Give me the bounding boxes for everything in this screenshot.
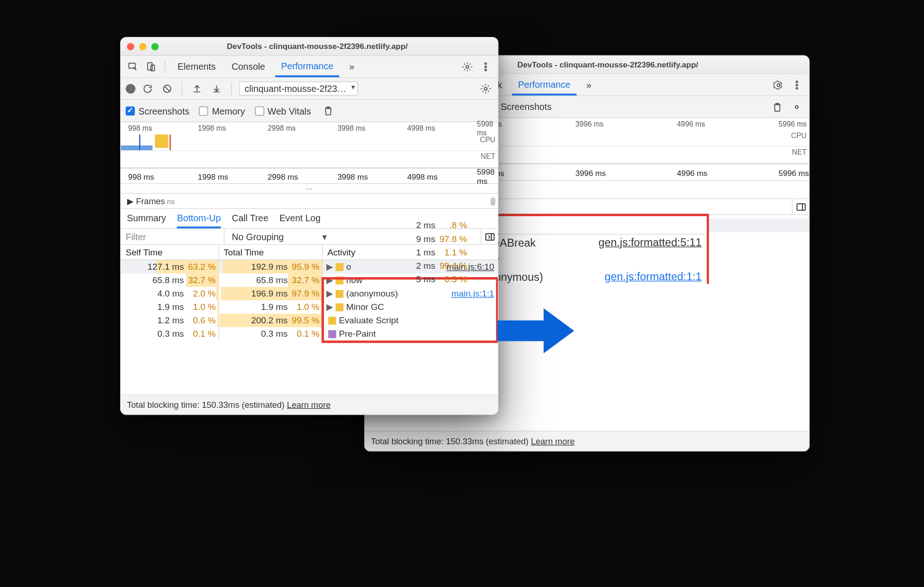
category-icon [335, 303, 343, 311]
kebab-icon[interactable] [478, 59, 493, 74]
category-icon [328, 330, 336, 338]
web-vitals-checkbox[interactable] [255, 106, 264, 115]
frames-row[interactable]: ▶ Frames ns [121, 194, 498, 209]
window-title: DevTools - clinquant-mousse-2f2396.netli… [167, 42, 492, 51]
comparison-arrow-icon [497, 308, 583, 351]
svg-point-11 [485, 66, 487, 67]
memory-checkbox[interactable] [199, 106, 208, 115]
svg-rect-5 [797, 204, 805, 210]
source-location[interactable]: main.js:1:1 [452, 289, 495, 298]
timeline-overview-front[interactable]: 998 ms1998 ms2998 ms3998 ms4998 ms5998 m… [121, 122, 498, 168]
trash-icon[interactable] [321, 103, 336, 118]
category-icon [335, 263, 343, 271]
panel-toggle-icon[interactable] [481, 229, 498, 244]
svg-point-4 [795, 105, 798, 108]
tab-console[interactable]: Console [226, 56, 271, 77]
url-dropdown[interactable]: clinquant-mousse-2f23… [239, 81, 358, 95]
category-icon [335, 290, 343, 298]
screenshots-label: Screenshots [139, 106, 190, 116]
table-row[interactable]: 4.0 ms 2.0 %196.9 ms 97.9 %▶(anonymous)m… [121, 287, 498, 300]
filter-input[interactable]: Filter [121, 229, 224, 244]
separator-dots: ··· [121, 184, 498, 194]
kebab-icon[interactable] [789, 78, 804, 92]
cpu-label: CPU [791, 132, 807, 140]
net-label: NET [481, 152, 496, 160]
svg-point-12 [485, 69, 487, 71]
zoom-dot-icon[interactable] [151, 43, 159, 50]
screenshots-checkbox[interactable] [126, 106, 135, 115]
col-activity[interactable]: Activity [322, 245, 498, 260]
gear-icon[interactable] [478, 81, 493, 96]
svg-point-1 [796, 81, 798, 83]
svg-rect-7 [147, 62, 152, 70]
table-row[interactable]: 1.2 ms 0.6 %200.2 ms 99.5 %Evaluate Scri… [121, 314, 498, 327]
cpu-label: CPU [480, 136, 495, 144]
tab-more[interactable]: » [343, 56, 360, 77]
upload-icon[interactable] [190, 81, 204, 96]
subtab-summary[interactable]: Summary [127, 212, 166, 228]
gear-icon[interactable] [771, 78, 786, 92]
download-icon[interactable] [209, 81, 224, 96]
minimize-dot-icon[interactable] [139, 43, 147, 50]
source-location[interactable]: gen.js:formatted:5:11 [599, 236, 702, 249]
net-label: NET [792, 148, 807, 156]
tab-performance[interactable]: Performance [275, 56, 340, 77]
svg-point-2 [796, 84, 798, 86]
subtab-call-tree[interactable]: Call Tree [232, 212, 268, 228]
device-icon[interactable] [144, 59, 159, 74]
learn-more-link[interactable]: Learn more [531, 436, 575, 446]
svg-point-3 [796, 87, 798, 89]
tab-elements[interactable]: Elements [171, 56, 222, 77]
category-icon [335, 277, 343, 284]
subtab-event-log[interactable]: Event Log [279, 212, 320, 228]
perf-options: Screenshots Memory Web Vitals [121, 100, 498, 122]
traffic-lights[interactable] [127, 43, 159, 50]
panel-toggle-icon[interactable] [792, 199, 809, 214]
gear-icon[interactable] [460, 59, 475, 74]
subtab-bottom-up[interactable]: Bottom-Up [177, 212, 221, 228]
web-vitals-label: Web Vitals [268, 106, 311, 116]
record-button[interactable] [126, 84, 135, 93]
inspect-icon[interactable] [126, 59, 141, 74]
reload-icon[interactable] [141, 81, 155, 96]
close-dot-icon[interactable] [127, 43, 135, 50]
status-bar-front: Total blocking time: 150.33ms (estimated… [121, 394, 498, 415]
profile-table-front[interactable]: Self Time Total Time Activity 127.1 ms 6… [121, 245, 498, 340]
svg-point-10 [485, 62, 487, 64]
scrollbar-thumb[interactable] [490, 197, 496, 206]
trash-icon[interactable] [770, 99, 785, 114]
table-row[interactable]: 1.9 ms 1.0 %1.9 ms 1.0 %▶Minor GC [121, 300, 498, 314]
screenshots-label: Screenshots [501, 102, 551, 112]
status-bar-back: Total blocking time: 150.33ms (estimated… [365, 431, 809, 451]
svg-point-9 [466, 65, 469, 68]
perf-toolbar-front: clinquant-mousse-2f23… [121, 78, 498, 100]
col-self-time[interactable]: Self Time [121, 245, 218, 260]
table-row[interactable]: 0.3 ms 0.1 %0.3 ms 0.1 %Pre-Paint [121, 327, 498, 340]
col-total-time[interactable]: Total Time [219, 245, 322, 260]
window-titlebar[interactable]: DevTools - clinquant-mousse-2f2396.netli… [121, 37, 498, 56]
category-icon [328, 317, 336, 325]
learn-more-link[interactable]: Learn more [287, 399, 331, 409]
svg-point-14 [484, 87, 487, 90]
tab-more[interactable]: » [580, 74, 597, 96]
gear-icon[interactable] [789, 99, 804, 114]
main-tabs: Elements Console Performance » [121, 56, 498, 78]
svg-point-0 [777, 84, 780, 86]
tab-performance[interactable]: Performance [512, 74, 577, 96]
memory-label: Memory [212, 106, 245, 116]
clear-icon[interactable] [160, 81, 175, 96]
source-location[interactable]: gen.js:formatted:1:1 [605, 271, 702, 284]
